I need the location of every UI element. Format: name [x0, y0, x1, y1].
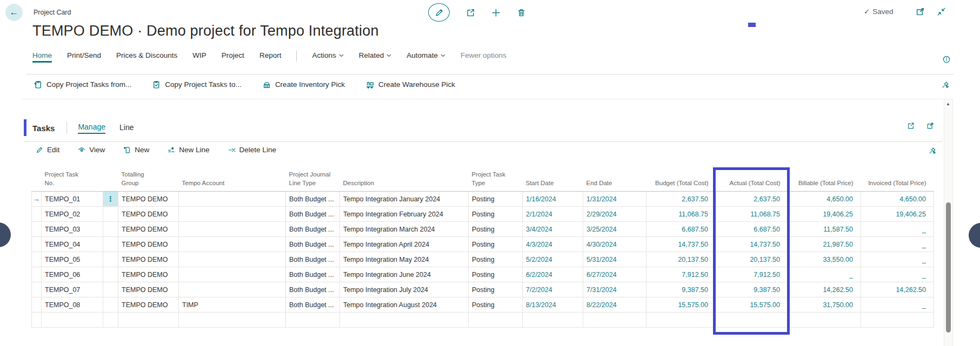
col-actual-total-cost[interactable]: Actual (Total Cost) [716, 171, 788, 192]
info-button[interactable] [943, 56, 950, 63]
cell-invoiced-total-price[interactable] [861, 313, 934, 328]
table-row[interactable]: TEMPO_03 TEMPO DEMO Both Budget ... Temp… [32, 222, 934, 237]
cell-journal-line-type[interactable]: Both Budget ... [286, 222, 340, 237]
tab-report[interactable]: Report [259, 51, 282, 63]
cell-tempo-account[interactable] [179, 222, 286, 237]
menu-automate[interactable]: Automate [406, 51, 445, 63]
cell-billable-total-price[interactable]: 33,550.00 [788, 252, 861, 267]
cell-totalling-group[interactable]: TEMPO DEMO [118, 222, 179, 237]
cell-actual-total-cost[interactable]: 15,575.00 [716, 297, 788, 313]
cell-actual-total-cost[interactable]: 6,687.50 [716, 222, 788, 237]
create-warehouse-pick-button[interactable]: Create Warehouse Pick [365, 80, 455, 89]
cell-description[interactable]: Tempo Integration February 2024 [340, 207, 469, 222]
cell-totalling-group[interactable]: TEMPO DEMO [118, 192, 179, 207]
tab-print-send[interactable]: Print/Send [67, 51, 101, 63]
cell-end-date[interactable]: 5/31/2024 [583, 252, 646, 267]
col-description[interactable]: Description [340, 171, 469, 192]
cell-project-task-type[interactable]: Posting [469, 222, 523, 237]
col-invoiced-total-price[interactable]: Invoiced (Total Price) [861, 171, 934, 192]
cell-tempo-account[interactable] [179, 237, 286, 252]
cell-start-date[interactable] [523, 313, 583, 328]
cell-totalling-group[interactable]: TEMPO DEMO [118, 282, 179, 297]
cell-project-task-type[interactable]: Posting [469, 237, 523, 252]
col-totalling-group[interactable]: Totalling Group [118, 171, 179, 192]
row-options-button[interactable] [103, 252, 118, 267]
table-row[interactable]: TEMPO_06 TEMPO DEMO Both Budget ... Temp… [32, 267, 934, 282]
cell-start-date[interactable]: 4/3/2024 [523, 237, 583, 252]
view-line-button[interactable]: View [78, 146, 105, 154]
cell-budget-total-cost[interactable]: 15,575.00 [646, 297, 716, 313]
cell-project-task-type[interactable]: Posting [469, 207, 523, 222]
cell-billable-total-price[interactable] [788, 313, 861, 328]
cell-project-task-no[interactable] [42, 313, 103, 328]
cell-actual-total-cost[interactable]: 11,068.75 [716, 207, 788, 222]
cell-budget-total-cost[interactable] [646, 313, 716, 328]
cell-budget-total-cost[interactable]: 2,637.50 [646, 192, 716, 207]
col-project-task-no[interactable]: Project Task No. [42, 171, 103, 192]
edit-line-button[interactable]: Edit [36, 146, 59, 154]
cell-start-date[interactable]: 8/13/2024 [523, 297, 583, 313]
cell-journal-line-type[interactable]: Both Budget ... [286, 252, 340, 267]
cell-budget-total-cost[interactable]: 20,137.50 [646, 252, 716, 267]
cell-invoiced-total-price[interactable]: _ [861, 297, 934, 313]
delete-line-button[interactable]: Delete Line [228, 146, 276, 154]
cell-project-task-no[interactable]: TEMPO_02 [42, 207, 103, 222]
col-project-task-type[interactable]: Project Task Type [469, 171, 523, 192]
cell-journal-line-type[interactable]: Both Budget ... [286, 207, 340, 222]
row-options-button[interactable] [103, 297, 118, 313]
tasks-open-new-window-button[interactable] [926, 122, 934, 130]
cell-project-task-no[interactable]: TEMPO_06 [42, 267, 103, 282]
cell-end-date[interactable]: 3/25/2024 [583, 222, 646, 237]
tab-prices-discounts[interactable]: Prices & Discounts [116, 51, 177, 63]
cell-invoiced-total-price[interactable]: 14,262.50 [861, 282, 934, 297]
delete-button[interactable] [517, 8, 526, 17]
cell-invoiced-total-price[interactable]: _ [861, 252, 934, 267]
cell-project-task-no[interactable]: TEMPO_01 [42, 192, 103, 207]
scroll-up-arrow[interactable]: ▲ [946, 101, 950, 106]
cell-journal-line-type[interactable] [286, 313, 340, 328]
cell-billable-total-price[interactable]: 11,587.50 [788, 222, 861, 237]
vertical-scrollbar-thumb[interactable] [946, 202, 951, 333]
cell-tempo-account[interactable] [179, 252, 286, 267]
cell-tempo-account[interactable] [179, 313, 286, 328]
tab-wip[interactable]: WIP [192, 51, 206, 63]
cell-tempo-account[interactable] [179, 267, 286, 282]
cell-end-date[interactable] [583, 313, 646, 328]
cell-invoiced-total-price[interactable]: _ [861, 237, 934, 252]
cell-totalling-group[interactable] [118, 313, 179, 328]
copy-project-tasks-to-button[interactable]: Copy Project Tasks to... [152, 80, 242, 89]
cell-project-task-type[interactable] [469, 313, 523, 328]
cell-journal-line-type[interactable]: Both Budget ... [286, 237, 340, 252]
cell-actual-total-cost[interactable]: 9,387.50 [716, 282, 788, 297]
cell-end-date[interactable]: 4/30/2024 [583, 237, 646, 252]
cell-invoiced-total-price[interactable]: _ [861, 222, 934, 237]
cell-project-task-no[interactable]: TEMPO_04 [42, 237, 103, 252]
cell-billable-total-price[interactable]: 31,750.00 [788, 297, 861, 313]
cell-start-date[interactable]: 6/2/2024 [523, 267, 583, 282]
table-row[interactable]: TEMPO_08 TEMPO DEMO TIMP Both Budget ...… [32, 297, 934, 313]
unpin-actionbar-button[interactable] [942, 81, 949, 89]
cell-start-date[interactable]: 7/2/2024 [523, 282, 583, 297]
cell-description[interactable] [340, 313, 469, 328]
share-button[interactable] [466, 8, 475, 17]
col-billable-total-price[interactable]: Billable (Total Price) [788, 171, 861, 192]
popout-button[interactable] [916, 7, 925, 16]
back-button[interactable]: ← [5, 4, 23, 21]
menu-fewer-options[interactable]: Fewer options [461, 51, 506, 63]
cell-end-date[interactable]: 8/22/2024 [583, 297, 646, 313]
cell-tempo-account[interactable]: TIMP [179, 297, 286, 313]
cell-totalling-group[interactable]: TEMPO DEMO [118, 297, 179, 313]
table-row[interactable]: TEMPO_05 TEMPO DEMO Both Budget ... Temp… [32, 252, 934, 267]
cell-end-date[interactable]: 6/27/2024 [583, 267, 646, 282]
row-options-button[interactable] [103, 267, 118, 282]
cell-start-date[interactable]: 2/1/2024 [523, 207, 583, 222]
new-line-button[interactable]: New Line [168, 146, 209, 154]
cell-budget-total-cost[interactable]: 6,687.50 [646, 222, 716, 237]
cell-start-date[interactable]: 3/4/2024 [523, 222, 583, 237]
cell-budget-total-cost[interactable]: 7,912.50 [646, 267, 716, 282]
collapse-button[interactable] [937, 7, 946, 16]
cell-journal-line-type[interactable]: Both Budget ... [286, 192, 340, 207]
cell-billable-total-price[interactable]: 19,406.25 [788, 207, 861, 222]
cell-project-task-type[interactable]: Posting [469, 267, 523, 282]
cell-project-task-type[interactable]: Posting [469, 297, 523, 313]
